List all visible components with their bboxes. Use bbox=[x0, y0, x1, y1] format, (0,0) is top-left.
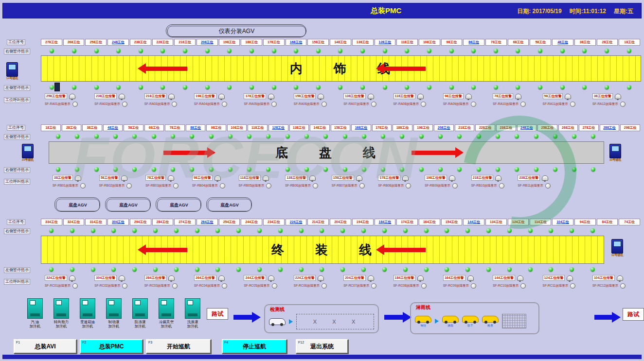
station-box[interactable]: 18工位 bbox=[619, 39, 640, 46]
station-alarm-box[interactable]: 124工位报警 bbox=[543, 275, 565, 281]
station-box[interactable]: 228工位 bbox=[152, 39, 174, 46]
station-alarm-box[interactable]: 144工位报警 bbox=[493, 275, 515, 281]
station-box[interactable]: 134工位 bbox=[485, 219, 507, 225]
station-box[interactable]: 198工位 bbox=[219, 39, 240, 46]
station-alarm-box[interactable]: 58工位报警 bbox=[543, 93, 563, 99]
station-alarm-box[interactable]: 198工位报警 bbox=[194, 93, 216, 99]
station-alarm-box[interactable]: 178工位报警 bbox=[378, 175, 400, 181]
station-box[interactable]: 298工位 bbox=[620, 124, 640, 131]
station-box[interactable]: 254工位 bbox=[219, 219, 240, 225]
station-box[interactable]: 268工位 bbox=[558, 124, 578, 131]
station-box[interactable]: 264工位 bbox=[197, 219, 218, 225]
station-box[interactable]: 244工位 bbox=[241, 219, 262, 225]
station-box[interactable]: 118工位 bbox=[248, 124, 268, 131]
stop-cruise-button[interactable]: F4 停止巡航 bbox=[222, 339, 287, 354]
station-box[interactable]: 144工位 bbox=[463, 219, 484, 225]
station-box[interactable]: 188工位 bbox=[393, 124, 412, 131]
station-box[interactable]: 74工位 bbox=[619, 219, 640, 225]
station-box[interactable]: 174工位 bbox=[396, 219, 418, 225]
start-cruise-button[interactable]: F3 开始巡航 bbox=[146, 339, 211, 354]
station-box[interactable]: 304工位 bbox=[107, 219, 129, 225]
station-box[interactable]: 248工位 bbox=[107, 39, 129, 46]
station-box[interactable]: 208工位 bbox=[434, 124, 454, 131]
chassis-agv-button[interactable]: 底盘AGV bbox=[105, 197, 151, 212]
station-box[interactable]: 88工位 bbox=[186, 124, 206, 131]
station-box[interactable]: 178工位 bbox=[263, 39, 285, 46]
station-box[interactable]: 104工位 bbox=[552, 219, 573, 225]
station-box[interactable]: 128工位 bbox=[268, 124, 288, 131]
station-box[interactable]: 184工位 bbox=[375, 219, 396, 225]
station-box[interactable]: 334工位 bbox=[41, 219, 62, 225]
station-box[interactable]: 168工位 bbox=[351, 124, 371, 131]
station-box[interactable]: 238工位 bbox=[496, 124, 516, 131]
station-box[interactable]: 158工位 bbox=[331, 124, 351, 131]
station-box[interactable]: 78工位 bbox=[165, 124, 185, 131]
station-box[interactable]: 58工位 bbox=[530, 39, 551, 46]
station-alarm-box[interactable]: 118工位报警 bbox=[239, 175, 261, 181]
station-box[interactable]: 158工位 bbox=[307, 39, 329, 46]
station-alarm-box[interactable]: 304工位报警 bbox=[94, 275, 117, 281]
station-box[interactable]: 48工位 bbox=[103, 124, 123, 131]
station-box[interactable]: 98工位 bbox=[206, 124, 226, 131]
chassis-agv-button[interactable]: 底盘AGV bbox=[156, 197, 201, 212]
station-box[interactable]: 38工位 bbox=[82, 124, 102, 131]
station-alarm-box[interactable]: 324工位报警 bbox=[45, 275, 67, 281]
station-box[interactable]: 94工位 bbox=[574, 219, 596, 225]
station-alarm-box[interactable]: 178工位报警 bbox=[244, 93, 266, 99]
station-box[interactable]: 84工位 bbox=[597, 219, 618, 225]
station-box[interactable]: 168工位 bbox=[286, 39, 307, 46]
station-alarm-box[interactable]: 264工位报警 bbox=[194, 275, 216, 281]
station-box[interactable]: 68工位 bbox=[508, 39, 529, 46]
station-alarm-box[interactable]: 98工位报警 bbox=[443, 93, 464, 99]
station-alarm-box[interactable]: 138工位报警 bbox=[343, 93, 366, 99]
station-alarm-box[interactable]: 218工位报警 bbox=[144, 93, 167, 99]
station-alarm-box[interactable]: 238工位报警 bbox=[518, 175, 540, 181]
station-alarm-box[interactable]: 58工位报警 bbox=[99, 175, 120, 181]
station-box[interactable]: 18工位 bbox=[41, 124, 61, 131]
chassis-agv-button[interactable]: 底盘AGV bbox=[54, 197, 100, 212]
chassis-agv-button[interactable]: 底盘AGV bbox=[206, 197, 252, 212]
station-box[interactable]: 228工位 bbox=[475, 124, 495, 131]
station-box[interactable]: 194工位 bbox=[352, 219, 374, 225]
instrument-agv-button[interactable]: 仪表分装AGV bbox=[166, 24, 306, 37]
station-box[interactable]: 148工位 bbox=[330, 39, 351, 46]
station-box[interactable]: 218工位 bbox=[455, 124, 475, 131]
station-box[interactable]: 58工位 bbox=[124, 124, 143, 131]
station-box[interactable]: 178工位 bbox=[372, 124, 392, 131]
station-box[interactable]: 138工位 bbox=[352, 39, 374, 46]
station-box[interactable]: 238工位 bbox=[130, 39, 151, 46]
station-box[interactable]: 108工位 bbox=[419, 39, 440, 46]
station-alarm-box[interactable]: 218工位报警 bbox=[471, 175, 494, 181]
station-box[interactable]: 148工位 bbox=[310, 124, 330, 131]
station-alarm-box[interactable]: 118工位报警 bbox=[394, 93, 415, 99]
station-alarm-box[interactable]: 198工位报警 bbox=[425, 175, 447, 181]
station-alarm-box[interactable]: 238工位报警 bbox=[94, 93, 117, 99]
station-box[interactable]: 324工位 bbox=[63, 219, 85, 225]
station-box[interactable]: 28工位 bbox=[62, 124, 82, 131]
station-box[interactable]: 208工位 bbox=[197, 39, 218, 46]
station-box[interactable]: 198工位 bbox=[413, 124, 433, 131]
station-box[interactable]: 128工位 bbox=[375, 39, 396, 46]
station-alarm-box[interactable]: 78工位报警 bbox=[493, 93, 513, 99]
station-box[interactable]: 88工位 bbox=[463, 39, 484, 46]
station-alarm-box[interactable]: 258工位报警 bbox=[45, 93, 67, 99]
station-alarm-box[interactable]: 244工位报警 bbox=[244, 275, 266, 281]
station-box[interactable]: 108工位 bbox=[227, 124, 247, 131]
assembly-avi-button[interactable]: F1 总装AVI bbox=[14, 339, 77, 354]
station-box[interactable]: 284工位 bbox=[152, 219, 174, 225]
station-box[interactable]: 154工位 bbox=[441, 219, 463, 225]
exit-system-button[interactable]: F12 退出系统 bbox=[296, 339, 348, 354]
station-alarm-box[interactable]: 158工位报警 bbox=[294, 93, 316, 99]
station-box[interactable]: 224工位 bbox=[286, 219, 307, 225]
station-box[interactable]: 138工位 bbox=[289, 124, 309, 131]
station-box[interactable]: 248工位 bbox=[517, 124, 537, 131]
station-alarm-box[interactable]: 98工位报警 bbox=[192, 175, 213, 181]
station-box[interactable]: 214工位 bbox=[307, 219, 329, 225]
station-box[interactable]: 188工位 bbox=[241, 39, 262, 46]
station-box[interactable]: 118工位 bbox=[396, 39, 418, 46]
station-box[interactable]: 48工位 bbox=[552, 39, 573, 46]
station-box[interactable]: 278工位 bbox=[579, 124, 599, 131]
station-box[interactable]: 38工位 bbox=[574, 39, 596, 46]
station-alarm-box[interactable]: 158工位报警 bbox=[332, 175, 354, 181]
station-alarm-box[interactable]: 224工位报警 bbox=[294, 275, 316, 281]
